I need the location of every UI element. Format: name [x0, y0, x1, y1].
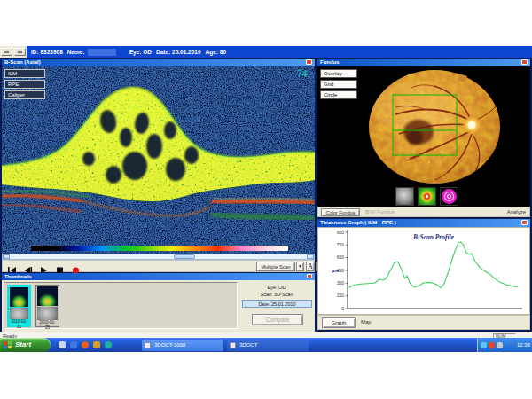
- skip-start-button[interactable]: [6, 262, 18, 271]
- toolbar-button-2[interactable]: [14, 48, 26, 56]
- thumbnails-area: 2010-01-25 2010-01-25 Eye: OD Scan: 3D-S…: [2, 280, 315, 332]
- task-button-3doct-1000[interactable]: 3DOCT-1000: [142, 340, 223, 351]
- thumbnail-date: 2010-01-25: [37, 320, 58, 325]
- color-fundus-button[interactable]: Color Fundus: [321, 208, 360, 216]
- thickness-graph-panel: Thickness Graph ( ILM - RPE ) 9007506004…: [317, 219, 530, 330]
- oct-bscan-art: [2, 66, 315, 254]
- thumbnail-oct-image: [10, 287, 28, 307]
- stop-button[interactable]: [54, 262, 66, 271]
- multiple-scan-arrow-icon[interactable]: ▼: [296, 262, 304, 271]
- playback-toolbar: Multiple Scan ▼ A: [2, 260, 315, 272]
- patient-info-bar: ID: 8323908 Name: Eye: OD Date: 25.01.20…: [0, 46, 532, 58]
- task-button-3doct[interactable]: 3DOCT: [227, 340, 309, 351]
- thickness-close-icon[interactable]: [521, 220, 528, 225]
- tab-graph[interactable]: Graph: [322, 317, 356, 328]
- patient-age: Age: 80: [206, 49, 226, 55]
- rpe-button[interactable]: RPE: [4, 80, 45, 89]
- screenshot-root: ID: 8323908 Name: Eye: OD Date: 25.01.20…: [0, 0, 532, 399]
- svg-text:0: 0: [341, 306, 344, 311]
- grid-button[interactable]: Grid: [320, 80, 357, 89]
- svg-text:B-Scan Profile: B-Scan Profile: [412, 233, 455, 241]
- ilm-button[interactable]: ILM: [4, 69, 45, 78]
- analyze-button[interactable]: Analyze: [507, 209, 526, 215]
- svg-text:750: 750: [337, 242, 345, 247]
- quicklaunch-icon-5[interactable]: [105, 341, 112, 348]
- oct-bscan-image[interactable]: ILM RPE Caliper 74: [2, 66, 315, 254]
- tab-map[interactable]: Map: [361, 319, 372, 325]
- bscan-close-icon[interactable]: [306, 59, 312, 65]
- bscan-panel-title: B-Scan (Axial): [2, 59, 315, 66]
- start-button[interactable]: Start: [0, 338, 51, 352]
- thumbnails-panel-title: Thumbnails: [2, 273, 315, 280]
- scan-thumbnail-2[interactable]: 2010-01-25: [35, 285, 59, 327]
- compare-button[interactable]: Compare: [252, 314, 303, 325]
- oct-colorbar: [31, 246, 288, 251]
- patient-id: ID: 8323908: [31, 49, 63, 55]
- annotation-text-button[interactable]: A: [306, 262, 315, 271]
- bscan-panel: B-Scan (Axial): [2, 59, 315, 332]
- thickness-map-thumbnail[interactable]: [418, 187, 436, 206]
- multiple-scan-dropdown[interactable]: Multiple Scan: [256, 262, 295, 271]
- windows-flag-icon: [4, 341, 12, 349]
- record-button[interactable]: [70, 262, 82, 271]
- caliper-button[interactable]: Caliper: [4, 90, 45, 99]
- thumbnail-fundus-image: [37, 307, 58, 321]
- taskbar: Start 3DOCT-1000 3DOCT 12:36: [0, 338, 532, 352]
- thumbnails-well: 2010-01-25 2010-01-25: [4, 282, 238, 329]
- system-tray: 12:36: [477, 338, 532, 352]
- etdrs-grid-thumbnail[interactable]: [440, 187, 458, 206]
- fundus-footer-bar: Color Fundus B/W Fundus Analyze: [317, 207, 530, 217]
- fundus-image[interactable]: Overlay Grid Circle: [317, 66, 530, 207]
- patient-name-label: Name:: [67, 49, 85, 55]
- thumbnail-oct-image: [37, 286, 58, 306]
- fundus-panel-title: Fundus: [317, 59, 530, 66]
- toolbar-button-1[interactable]: [1, 48, 12, 56]
- info-eye: Eye: OD: [241, 285, 312, 290]
- oct-frame-scrollbar[interactable]: [2, 254, 315, 260]
- patient-info-strip: ID: 8323908 Name: Eye: OD Date: 25.01.20…: [27, 46, 532, 58]
- info-scan: Scan: 3D-Scan: [241, 292, 312, 297]
- svg-text:300: 300: [337, 280, 345, 286]
- quicklaunch-icon-3[interactable]: [82, 341, 89, 348]
- oct-application-window: ID: 8323908 Name: Eye: OD Date: 25.01.20…: [0, 46, 532, 352]
- bw-fundus-button[interactable]: B/W Fundus: [365, 209, 395, 215]
- start-label: Start: [15, 340, 31, 348]
- scroll-left-arrow-icon[interactable]: [3, 254, 10, 259]
- thumbnails-close-icon[interactable]: [307, 274, 312, 278]
- quicklaunch-icon-1[interactable]: [59, 341, 66, 348]
- scan-thumbnail-1[interactable]: 2010-01-25: [7, 285, 31, 327]
- svg-text:600: 600: [337, 254, 345, 260]
- scrollbar-thumb[interactable]: [174, 254, 195, 259]
- tray-clock[interactable]: 12:36: [517, 338, 530, 352]
- thickness-tabs-bar: Graph Map: [317, 315, 530, 330]
- bscan-profile-chart: 9007506004503001500µmB-Scan Profile: [317, 227, 530, 315]
- bw-fundus-thumbnail[interactable]: [395, 187, 414, 206]
- patient-name-redacted: [88, 49, 116, 56]
- svg-text:µm: µm: [332, 268, 339, 273]
- status-bar: Ready NUM: [0, 332, 532, 338]
- prev-frame-button[interactable]: [22, 262, 34, 271]
- overlay-button[interactable]: Overlay: [320, 69, 357, 78]
- patient-eye: Eye: OD: [129, 49, 152, 55]
- tray-icon-2[interactable]: [489, 342, 495, 348]
- info-date-field[interactable]: Date: 25.01.2010: [242, 300, 312, 308]
- circle-button[interactable]: Circle: [320, 90, 357, 99]
- patient-date: Date: 25.01.2010: [156, 49, 201, 55]
- thumbnail-date: 2010-01-25: [10, 319, 28, 325]
- svg-text:900: 900: [337, 230, 345, 235]
- fundus-close-icon[interactable]: [521, 59, 528, 65]
- fundus-panel: Fundus: [317, 59, 530, 230]
- frame-number: 74: [297, 68, 308, 79]
- quicklaunch-icon-2[interactable]: [70, 341, 77, 348]
- thickness-panel-title: Thickness Graph ( ILM - RPE ): [317, 219, 530, 227]
- tray-icon-1[interactable]: [481, 342, 487, 348]
- play-button[interactable]: [38, 262, 50, 271]
- quicklaunch-icon-4[interactable]: [93, 341, 100, 348]
- tray-icon-3[interactable]: [497, 342, 503, 348]
- scroll-right-arrow-icon[interactable]: [307, 254, 314, 259]
- svg-text:150: 150: [337, 293, 345, 298]
